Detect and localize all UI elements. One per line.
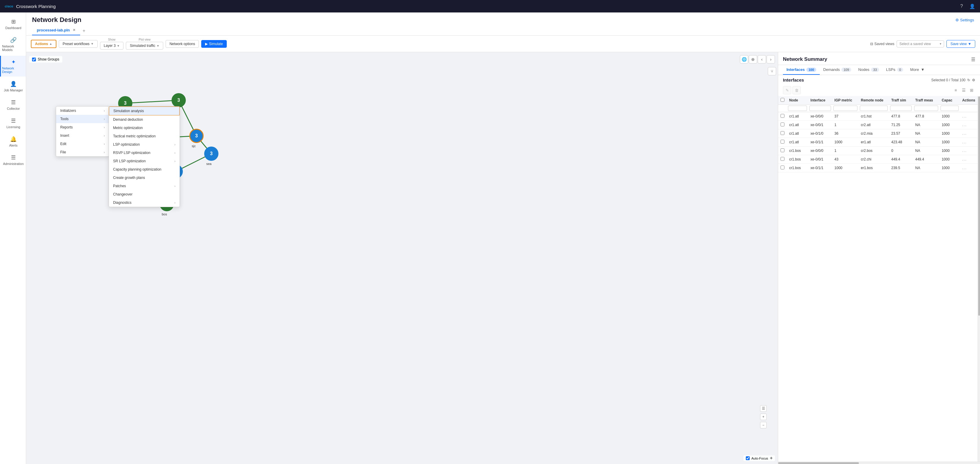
network-design-icon: ✦ [11, 59, 16, 65]
filter-view-button[interactable]: ≡ [952, 87, 959, 94]
row-checkbox-2[interactable] [781, 131, 784, 135]
edit-row-button[interactable]: ✎ [783, 86, 791, 94]
sidebar-item-network-design[interactable]: ✦ Network Design [0, 56, 26, 76]
user-icon[interactable]: 👤 [969, 3, 975, 9]
row-checkbox-6[interactable] [781, 165, 784, 169]
submenu-item-changeover[interactable]: Changeover [109, 190, 180, 199]
menu-item-initializers[interactable]: Initializers › [56, 106, 109, 115]
panel-list-icon[interactable]: ☰ [971, 57, 975, 62]
node-lax[interactable]: 3 [172, 93, 186, 107]
node-sea[interactable]: 3 [204, 146, 218, 161]
filter-traff-meas-input[interactable] [914, 106, 938, 111]
filter-traff-sim-input[interactable] [890, 106, 912, 111]
select-all-checkbox[interactable] [781, 98, 784, 102]
submenu-item-capacity-planning[interactable]: Capacity planning optimization [109, 165, 180, 173]
cell-actions[interactable]: ... [960, 112, 978, 121]
submenu-item-tactical-metric-optimization[interactable]: Tactical metric optimization [109, 132, 180, 140]
sidebar-item-administration[interactable]: ☰ Administration [0, 151, 26, 168]
sidebar-item-job-manager[interactable]: 👤 Job Manager [0, 78, 26, 95]
cell-actions[interactable]: ... [960, 155, 978, 164]
horizontal-scrollbar-thumb[interactable] [778, 462, 859, 464]
simulate-button[interactable]: ▶ Simulate [201, 40, 227, 48]
summary-tab-lsps[interactable]: LSPs 0 [883, 65, 907, 75]
cell-actions[interactable]: ... [960, 146, 978, 155]
summary-tab-demands[interactable]: Demands 109 [820, 65, 855, 75]
submenu-item-metric-optimization[interactable]: Metric optimization [109, 124, 180, 132]
filter-traff-meas [913, 105, 939, 112]
show-groups-checkbox[interactable]: Show Groups [29, 56, 62, 63]
row-checkbox-4[interactable] [781, 148, 784, 152]
sidebar-item-alerts[interactable]: 🔔 Alerts [0, 133, 26, 150]
menu-item-tools[interactable]: Tools › [56, 115, 109, 123]
delete-row-button[interactable]: 🗑 [792, 86, 801, 94]
menu-item-reports[interactable]: Reports › [56, 123, 109, 132]
sidebar-item-dashboard[interactable]: ⊞ Dashboard [0, 16, 26, 33]
sidebar-item-network-models[interactable]: 🔗 Network Models [0, 34, 26, 55]
tab-close-icon[interactable]: ✕ [73, 28, 75, 32]
row-checkbox-0[interactable] [781, 114, 784, 118]
summary-tab-nodes[interactable]: Nodes 33 [855, 65, 883, 75]
actions-button[interactable]: Actions ▲ [31, 40, 56, 48]
vertical-scrollbar[interactable] [978, 96, 980, 462]
tab-add-button[interactable]: + [80, 27, 88, 35]
sidebar-item-collector[interactable]: ☰ Collector [0, 96, 26, 113]
grid-view-button[interactable]: ⊞ [968, 87, 975, 94]
filter-capac-input[interactable] [940, 106, 959, 111]
save-view-button[interactable]: Save view ▼ [947, 40, 975, 48]
map-hierarchy-icon[interactable]: ⑂ [768, 67, 776, 75]
row-checkbox-3[interactable] [781, 140, 784, 144]
node-bos-label: bos [162, 213, 167, 216]
submenu-item-simulation-analysis[interactable]: Simulation analysis [109, 106, 180, 115]
map-zoom-out-icon[interactable]: − [760, 422, 767, 428]
submenu-item-demand-deduction[interactable]: Demand deduction [109, 115, 180, 124]
map-prev-icon[interactable]: ‹ [758, 55, 766, 64]
submenu-item-create-growth-plans[interactable]: Create growth plans [109, 173, 180, 182]
summary-tab-more[interactable]: More ▼ [907, 65, 928, 75]
auto-focus-checkbox[interactable] [746, 456, 750, 460]
submenu-item-diagnostics[interactable]: Diagnostics › [109, 199, 180, 207]
submenu-item-rsvp-lsp-optimization[interactable]: RSVP LSP optimization › [109, 149, 180, 157]
submenu-item-patches[interactable]: Patches › [109, 182, 180, 190]
sidebar-label-dashboard: Dashboard [5, 26, 21, 30]
cell-actions[interactable]: ... [960, 138, 978, 146]
preset-workflows-button[interactable]: Preset workflows ▼ [59, 40, 98, 48]
node-sjc[interactable]: 3 [189, 129, 204, 143]
layer3-button[interactable]: Layer 3 ▼ [100, 42, 124, 49]
submenu-item-sr-lsp-optimization[interactable]: SR LSP optimization › [109, 157, 180, 165]
filter-remote-node [859, 105, 889, 112]
vertical-scrollbar-thumb[interactable] [978, 97, 980, 316]
table-settings-icon[interactable]: ⚙ [972, 78, 975, 82]
settings-button[interactable]: ⚙ Settings [955, 18, 974, 22]
menu-item-edit[interactable]: Edit › [56, 140, 109, 148]
saved-views-select[interactable]: Select a saved view [897, 40, 944, 48]
filter-remote-node-input[interactable] [860, 106, 888, 111]
list-view-button[interactable]: ☰ [960, 87, 967, 94]
submenu-item-lsp-optimization[interactable]: LSP optimization › [109, 140, 180, 149]
map-globe-icon[interactable]: 🌐 [740, 55, 748, 64]
menu-item-insert[interactable]: Insert › [56, 132, 109, 140]
row-checkbox-1[interactable] [781, 122, 784, 126]
filter-interface-input[interactable] [809, 106, 831, 111]
summary-tab-interfaces[interactable]: Interfaces 100 [783, 65, 820, 75]
network-options-button[interactable]: Network options [165, 40, 199, 48]
help-icon[interactable]: ? [959, 3, 964, 9]
menu-item-file[interactable]: File › [56, 148, 109, 156]
map-next-icon[interactable]: › [767, 55, 775, 64]
map-zoom-in-icon[interactable]: + [760, 413, 767, 420]
horizontal-scrollbar[interactable] [778, 462, 980, 464]
show-groups-input[interactable] [32, 57, 36, 61]
row-checkbox-5[interactable] [781, 157, 784, 161]
simulated-traffic-button[interactable]: Simulated traffic ▼ [126, 42, 163, 49]
filter-node-input[interactable] [788, 106, 807, 111]
cell-actions[interactable]: ... [960, 164, 978, 172]
cell-actions[interactable]: ... [960, 121, 978, 129]
changeover-label: Changeover [113, 192, 132, 196]
tab-processed-lab[interactable]: processed-lab.pln ✕ [32, 26, 80, 35]
refresh-icon[interactable]: ↻ [967, 78, 970, 82]
map-topology-icon[interactable]: ⊕ [749, 55, 757, 64]
cell-actions[interactable]: ... [960, 129, 978, 138]
map-list-icon[interactable]: ☰ [760, 405, 767, 412]
sidebar-item-licensing[interactable]: ☰ Licensing [0, 114, 26, 132]
map-crosshair-icon[interactable]: ✛ [770, 456, 773, 460]
filter-igp-input[interactable] [834, 106, 858, 111]
